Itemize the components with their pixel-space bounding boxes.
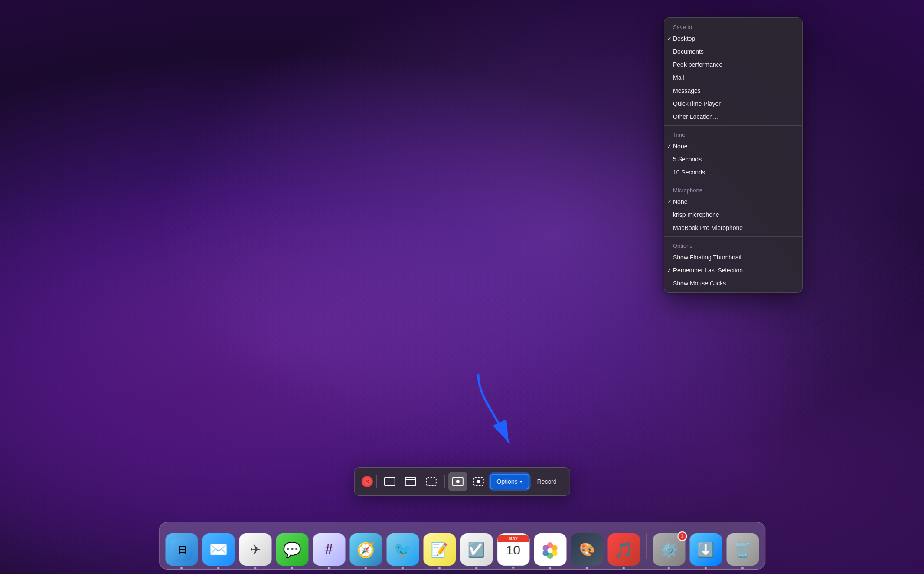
microphone-krisp[interactable]: krisp microphone [664, 208, 802, 221]
options-label: Options [496, 478, 517, 485]
save-to-peek-performance[interactable]: Peek performance [664, 58, 802, 71]
save-to-quicktime[interactable]: QuickTime Player [664, 97, 802, 110]
dock-icon-slack[interactable]: # [313, 533, 345, 566]
svg-point-6 [456, 480, 459, 483]
dock-separator [646, 533, 646, 559]
dock-icon-finder[interactable]: 🖥 [165, 533, 198, 566]
divider-3 [664, 236, 802, 237]
svg-rect-2 [405, 477, 415, 486]
dock-icon-photos[interactable] [534, 533, 566, 566]
screenshot-toolbar: ✕ Options ▾ Record [354, 467, 570, 496]
divider-1 [664, 125, 802, 126]
dock-icon-music[interactable]: 🎵 [607, 533, 640, 566]
dock-icon-trash[interactable]: 🗑️ [726, 533, 759, 566]
svg-text:🖥: 🖥 [176, 544, 188, 557]
options-button[interactable]: Options ▾ [490, 474, 529, 489]
dock-icon-mail[interactable]: ✉️ [202, 533, 235, 566]
chevron-down-icon: ▾ [520, 479, 522, 485]
save-to-messages[interactable]: Messages [664, 84, 802, 97]
check-icon: ✓ [667, 143, 672, 150]
timer-none[interactable]: ✓ None [664, 140, 802, 153]
svg-rect-1 [384, 477, 395, 486]
dock-icon-airdrop[interactable]: ⬇️ [689, 533, 722, 566]
dock: 🖥 ✉️ ✈ 💬 # 🧭 🐦 📝 ☑️ MAY 10 [159, 522, 765, 570]
dock-icon-safari[interactable]: 🧭 [349, 533, 382, 566]
dock-icon-messages[interactable]: 💬 [276, 533, 308, 566]
dock-icon-system-preferences[interactable]: ⚙️ 1 [653, 533, 685, 566]
check-icon: ✓ [667, 36, 672, 42]
save-to-other[interactable]: Other Location… [664, 110, 802, 123]
capture-selection-button[interactable] [421, 472, 441, 491]
microphone-header: Microphone [664, 184, 802, 195]
svg-rect-4 [426, 478, 436, 485]
timer-5-seconds[interactable]: 5 Seconds [664, 153, 802, 166]
dock-icon-notes[interactable]: 📝 [423, 533, 456, 566]
svg-point-18 [548, 548, 553, 553]
record-button[interactable]: Record [531, 475, 563, 489]
save-to-mail[interactable]: Mail [664, 71, 802, 84]
dock-icon-reminders[interactable]: ☑️ [460, 533, 493, 566]
toolbar-divider-1 [376, 475, 376, 488]
dock-icon-pixelmator[interactable]: 🎨 [571, 533, 603, 566]
option-remember-last-selection[interactable]: ✓ Remember Last Selection [664, 264, 802, 277]
check-icon: ✓ [667, 199, 672, 205]
svg-rect-3 [405, 479, 415, 480]
svg-point-8 [477, 480, 480, 483]
option-show-floating-thumbnail[interactable]: Show Floating Thumbnail [664, 251, 802, 264]
timer-header: Timer [664, 128, 802, 140]
record-selection-button[interactable] [469, 472, 488, 491]
divider-2 [664, 181, 802, 181]
save-to-header: Save to [664, 20, 802, 32]
microphone-none[interactable]: ✓ None [664, 195, 802, 208]
dock-icon-spark[interactable]: ✈ [239, 533, 271, 566]
toolbar-divider-2 [444, 475, 444, 488]
options-header: Options [664, 239, 802, 251]
capture-fullscreen-button[interactable] [401, 472, 420, 491]
dock-icon-calendar[interactable]: MAY 10 [497, 533, 529, 566]
screenshot-options-dropdown: Save to ✓ Desktop Documents Peek perform… [664, 17, 803, 293]
microphone-macbook[interactable]: MacBook Pro Microphone [664, 221, 802, 234]
close-button[interactable]: ✕ [361, 476, 372, 487]
record-screen-button[interactable] [448, 472, 467, 491]
record-label: Record [537, 478, 557, 485]
capture-window-button[interactable] [380, 472, 399, 491]
dock-icon-twitter[interactable]: 🐦 [386, 533, 419, 566]
save-to-documents[interactable]: Documents [664, 45, 802, 58]
check-icon: ✓ [667, 267, 672, 274]
save-to-desktop[interactable]: ✓ Desktop [664, 32, 802, 45]
timer-10-seconds[interactable]: 10 Seconds [664, 166, 802, 179]
option-show-mouse-clicks[interactable]: Show Mouse Clicks [664, 277, 802, 290]
